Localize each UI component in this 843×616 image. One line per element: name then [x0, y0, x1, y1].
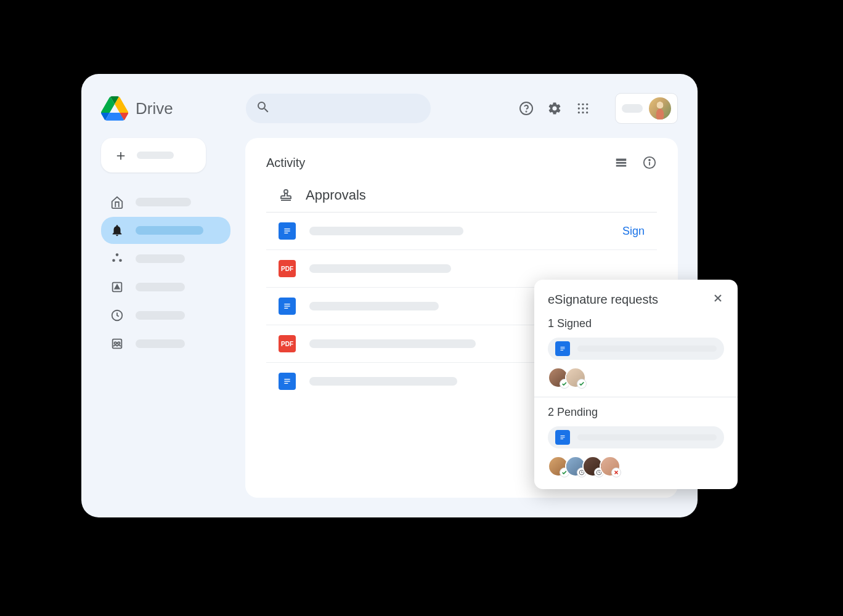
pdf-icon: PDF	[279, 335, 296, 352]
svg-rect-32	[284, 383, 288, 384]
header-actions	[519, 93, 678, 124]
signer-avatar[interactable]	[565, 367, 586, 388]
signed-file-chip[interactable]	[548, 338, 724, 360]
pending-avatars	[548, 456, 724, 477]
svg-point-9	[582, 111, 584, 113]
doc-icon	[555, 430, 570, 445]
page-title: Activity	[266, 156, 305, 170]
info-icon[interactable]	[642, 155, 657, 170]
bell-icon	[110, 223, 124, 238]
layout-icon[interactable]	[614, 155, 629, 170]
doc-icon	[279, 298, 296, 315]
sidebar-item-mydrive[interactable]	[101, 274, 230, 301]
x-badge	[611, 468, 621, 477]
people-icon	[110, 336, 124, 351]
nav	[101, 188, 230, 357]
sidebar-item-home[interactable]	[101, 188, 230, 216]
doc-icon	[555, 341, 570, 356]
svg-point-12	[112, 259, 115, 262]
svg-point-13	[119, 259, 122, 262]
share-icon	[110, 251, 124, 266]
header: Drive	[101, 91, 678, 126]
doc-icon	[279, 222, 296, 240]
svg-point-17	[114, 342, 116, 344]
sidebar-item-activity[interactable]	[101, 217, 230, 244]
new-button[interactable]: ＋	[101, 138, 206, 172]
svg-rect-25	[284, 230, 290, 231]
svg-rect-40	[561, 439, 564, 439]
search-input[interactable]	[246, 94, 431, 123]
sidebar-item-recent[interactable]	[101, 302, 230, 329]
svg-point-6	[582, 107, 584, 109]
svg-point-5	[578, 107, 580, 109]
svg-point-10	[586, 111, 588, 113]
svg-rect-24	[284, 229, 290, 229]
esignature-popup: eSignature requests 1 Signed 2 Pending	[534, 280, 738, 489]
doc-icon	[279, 373, 296, 390]
svg-rect-27	[284, 304, 290, 304]
svg-rect-26	[284, 233, 288, 233]
sidebar: ＋	[101, 138, 230, 498]
signed-heading: 1 Signed	[548, 317, 724, 330]
svg-point-2	[578, 103, 580, 105]
sidebar-item-shared[interactable]	[101, 245, 230, 272]
pending-heading: 2 Pending	[548, 406, 724, 419]
svg-point-1	[526, 111, 527, 112]
avatar	[649, 97, 671, 120]
gear-icon[interactable]	[547, 101, 562, 116]
pending-file-chip[interactable]	[548, 426, 724, 448]
svg-point-7	[586, 107, 588, 109]
close-icon[interactable]	[712, 292, 724, 307]
account-chip[interactable]	[615, 93, 678, 124]
svg-rect-38	[561, 436, 565, 436]
svg-point-11	[116, 253, 119, 256]
svg-point-8	[578, 111, 580, 113]
svg-point-18	[118, 342, 120, 344]
clock-icon	[110, 308, 124, 323]
help-icon[interactable]	[519, 101, 534, 116]
home-icon	[110, 195, 124, 209]
account-placeholder	[622, 104, 643, 113]
svg-point-3	[582, 103, 584, 105]
logo[interactable]: Drive	[101, 96, 173, 121]
app-name: Drive	[136, 99, 173, 118]
approval-row[interactable]: Sign	[266, 213, 657, 250]
drive-logo-icon	[101, 96, 128, 121]
svg-point-22	[284, 190, 288, 193]
stamp-icon	[279, 188, 293, 203]
svg-point-4	[586, 103, 588, 105]
search-icon	[256, 100, 271, 117]
svg-rect-28	[284, 306, 290, 306]
svg-point-21	[649, 160, 650, 161]
svg-rect-37	[561, 350, 564, 351]
sign-link[interactable]: Sign	[622, 225, 645, 238]
drive-icon	[110, 280, 124, 294]
svg-rect-35	[561, 347, 565, 347]
svg-rect-36	[561, 349, 565, 349]
section-title: Approvals	[306, 187, 366, 203]
popup-title: eSignature requests	[548, 293, 658, 307]
pdf-icon: PDF	[279, 260, 296, 277]
check-badge	[577, 379, 587, 389]
plus-icon: ＋	[113, 145, 128, 165]
svg-rect-29	[284, 308, 288, 309]
signer-avatar[interactable]	[600, 456, 621, 477]
svg-rect-30	[284, 379, 290, 379]
apps-icon[interactable]	[576, 101, 590, 116]
signed-avatars	[548, 367, 724, 388]
approvals-section-header: Approvals	[266, 187, 657, 213]
svg-rect-39	[561, 437, 565, 438]
svg-rect-31	[284, 381, 290, 381]
sidebar-item-people[interactable]	[101, 330, 230, 357]
